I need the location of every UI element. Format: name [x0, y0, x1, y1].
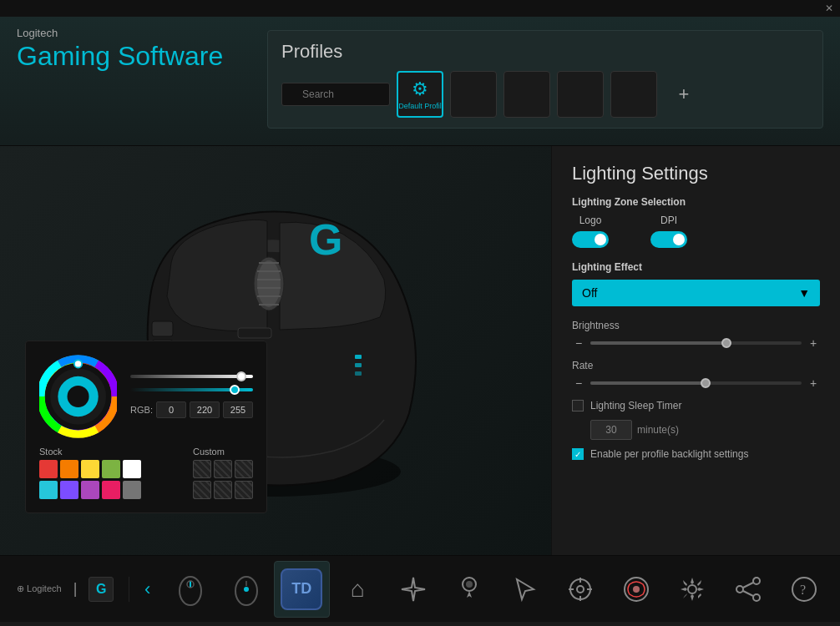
nav-item-mouse[interactable]: [162, 561, 218, 618]
zone-selection-label: Lighting Zone Selection: [572, 196, 820, 208]
search-wrapper: 🔍: [281, 83, 390, 106]
nav-item-cursor[interactable]: [497, 561, 553, 618]
logo-toggle[interactable]: [572, 231, 609, 248]
swatch-white[interactable]: [123, 460, 141, 478]
swatch-red[interactable]: [39, 460, 58, 478]
custom-swatches: Custom: [193, 447, 253, 499]
custom-swatch-4[interactable]: [193, 481, 211, 499]
brightness-label: Brightness: [572, 320, 820, 331]
svg-text:?: ?: [800, 583, 806, 597]
add-profile-button[interactable]: +: [667, 78, 701, 111]
nav-item-help[interactable]: ?: [776, 561, 832, 618]
saturation-slider[interactable]: [130, 388, 253, 391]
stock-swatches: Stock: [39, 447, 141, 499]
stock-swatch-grid: [39, 460, 141, 499]
mouse-area: G: [0, 146, 551, 555]
green-value[interactable]: [190, 401, 220, 418]
svg-point-31: [577, 586, 584, 593]
profile-slot-4[interactable]: [557, 71, 604, 118]
sleep-timer-label: Lighting Sleep Timer: [590, 400, 681, 411]
brightness-thumb-dot: [721, 338, 731, 348]
game-icon: [621, 574, 651, 604]
svg-point-19: [68, 386, 89, 407]
cursor-icon: [510, 574, 540, 604]
rate-minus-button[interactable]: −: [572, 376, 585, 390]
nav-back-button[interactable]: ‹: [133, 564, 162, 614]
swatch-violet[interactable]: [81, 481, 99, 499]
nav-item-effects[interactable]: [386, 561, 442, 618]
brightness-minus-button[interactable]: −: [572, 336, 585, 350]
swatch-orange[interactable]: [60, 460, 78, 478]
td-badge: TD: [281, 568, 322, 610]
checkmark-icon: ✓: [574, 450, 581, 459]
custom-swatch-2[interactable]: [214, 460, 232, 478]
svg-rect-9: [152, 321, 173, 336]
svg-point-20: [74, 360, 82, 367]
svg-line-42: [743, 583, 753, 588]
rate-track[interactable]: [590, 381, 802, 385]
swatch-row: Stock Custom: [39, 447, 253, 499]
effect-value: Off: [582, 286, 597, 300]
app-title: Gaming Software: [17, 43, 267, 69]
sleep-input-wrap: minute(s): [590, 420, 820, 440]
svg-rect-14: [355, 371, 362, 376]
nav-item-home[interactable]: ⌂: [330, 561, 386, 618]
search-input[interactable]: [281, 83, 390, 106]
brightness-track[interactable]: [590, 341, 802, 345]
svg-point-38: [688, 585, 696, 593]
nav-item-profile[interactable]: TD: [274, 561, 330, 618]
close-button[interactable]: ✕: [825, 3, 833, 14]
swatch-cyan[interactable]: [39, 481, 58, 499]
lighting-icon: [454, 574, 484, 604]
swatch-pink[interactable]: [102, 481, 120, 499]
profile-slot-2[interactable]: [450, 71, 497, 118]
saturation-thumb: [230, 385, 240, 395]
profile-slot-3[interactable]: [503, 71, 550, 118]
divider: |: [73, 580, 78, 598]
backlight-checkbox[interactable]: ✓: [572, 448, 584, 460]
titlebar: ✕: [0, 0, 840, 17]
nav-item-game[interactable]: [609, 561, 665, 618]
svg-point-2: [257, 260, 281, 307]
swatch-purple[interactable]: [60, 481, 78, 499]
svg-point-29: [466, 581, 473, 588]
rate-plus-button[interactable]: +: [807, 376, 820, 390]
color-wheel[interactable]: [39, 355, 117, 438]
rate-ctrl-row: − +: [572, 376, 820, 390]
brightness-ctrl-row: − +: [572, 336, 820, 350]
nav-item-dpi[interactable]: [218, 561, 274, 618]
custom-swatch-3[interactable]: [235, 460, 253, 478]
effect-label: Lighting Effect: [572, 261, 820, 273]
custom-swatch-6[interactable]: [235, 481, 253, 499]
brightness-fill: [590, 341, 727, 345]
custom-swatch-1[interactable]: [193, 460, 211, 478]
bottom-bar: ⊕ Logitech | G ‹ TD ⌂: [0, 555, 840, 622]
bottom-brand: ⊕ Logitech | G: [8, 577, 129, 602]
blue-value[interactable]: [223, 401, 253, 418]
brightness-slider[interactable]: [130, 375, 253, 378]
svg-text:G: G: [309, 215, 342, 264]
profile-slot-active[interactable]: ⚙ Default Profil: [397, 71, 443, 118]
nav-item-settings[interactable]: [665, 561, 721, 618]
sleep-timer-input[interactable]: [590, 420, 632, 440]
share-icon: [733, 574, 763, 604]
swatch-green[interactable]: [102, 460, 120, 478]
nav-item-target[interactable]: [553, 561, 609, 618]
saturation-slider-row: [130, 388, 253, 391]
profile-slot-5[interactable]: [610, 71, 657, 118]
effect-dropdown[interactable]: Off ▼: [572, 280, 820, 306]
logitech-wordmark: ⊕ Logitech: [17, 583, 62, 594]
nav-item-lighting[interactable]: [441, 561, 497, 618]
svg-rect-13: [355, 363, 362, 367]
swatch-gray[interactable]: [123, 481, 141, 499]
swatch-yellow[interactable]: [81, 460, 99, 478]
nav-item-share[interactable]: [720, 561, 776, 618]
sleep-timer-checkbox[interactable]: [572, 400, 584, 411]
lighting-panel-title: Lighting Settings: [572, 163, 820, 184]
custom-swatch-5[interactable]: [214, 481, 232, 499]
red-value[interactable]: [156, 401, 186, 418]
mouse-nav-icon: [172, 571, 209, 608]
brightness-plus-button[interactable]: +: [807, 336, 820, 350]
dpi-toggle[interactable]: [650, 231, 687, 248]
brightness-thumb: [236, 371, 246, 381]
